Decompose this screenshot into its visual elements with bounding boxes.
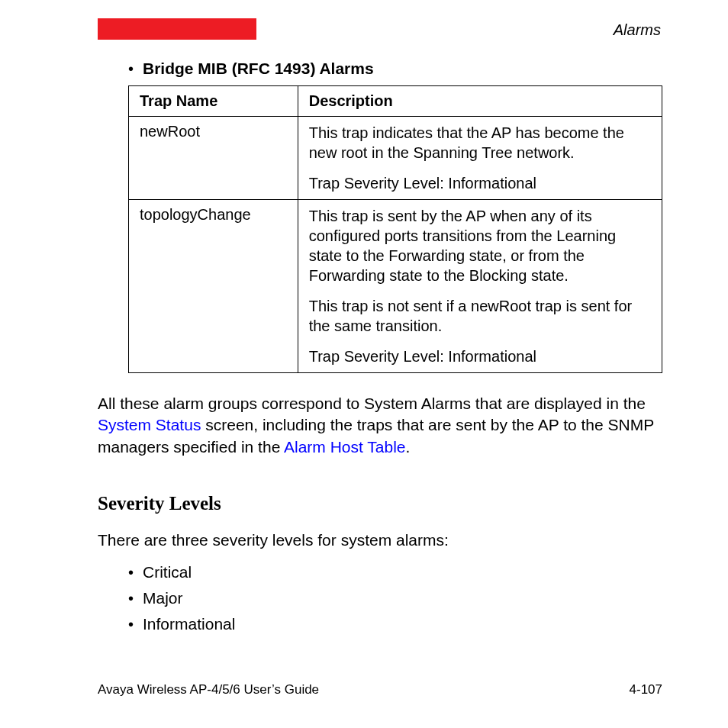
bullet-icon: • [128, 617, 134, 632]
trap-table: Trap Name Description newRoot This trap … [128, 85, 662, 373]
list-item-label: Informational [143, 615, 235, 633]
trap-desc-para: Trap Severity Level: Informational [309, 346, 651, 366]
trap-name-cell: newRoot [129, 117, 298, 200]
trap-desc-cell: This trap indicates that the AP has beco… [298, 117, 662, 200]
bullet-heading-row: • Bridge MIB (RFC 1493) Alarms [128, 60, 662, 78]
col-header-name: Trap Name [129, 86, 298, 117]
bullet-heading-text: Bridge MIB (RFC 1493) Alarms [143, 60, 374, 78]
summary-paragraph: All these alarm groups correspond to Sys… [98, 393, 662, 458]
footer-page-number: 4-107 [630, 682, 662, 697]
footer-doc-title: Avaya Wireless AP-4/5/6 User’s Guide [98, 682, 319, 697]
bullet-icon: • [128, 61, 134, 76]
summary-text: . [406, 438, 411, 456]
trap-desc-para: This trap is sent by the AP when any of … [309, 206, 651, 285]
list-item-label: Major [143, 589, 183, 607]
trap-desc-para: This trap is not sent if a newRoot trap … [309, 296, 651, 336]
bullet-icon: • [128, 591, 134, 606]
list-item: • Major [128, 589, 662, 607]
trap-name-cell: topologyChange [129, 200, 298, 373]
alarm-host-table-link[interactable]: Alarm Host Table [284, 438, 406, 456]
severity-intro: There are three severity levels for syst… [98, 531, 662, 549]
page-footer: Avaya Wireless AP-4/5/6 User’s Guide 4-1… [98, 682, 662, 697]
trap-desc-cell: This trap is sent by the AP when any of … [298, 200, 662, 373]
table-header-row: Trap Name Description [129, 86, 662, 117]
list-item: • Critical [128, 563, 662, 581]
header-section-label: Alarms [614, 21, 661, 39]
table-row: newRoot This trap indicates that the AP … [129, 117, 662, 200]
summary-text: All these alarm groups correspond to Sys… [98, 395, 646, 412]
severity-list: • Critical • Major • Informational [128, 563, 662, 633]
bullet-icon: • [128, 565, 134, 580]
col-header-desc: Description [298, 86, 662, 117]
trap-desc-para: This trap indicates that the AP has beco… [309, 123, 651, 163]
table-row: topologyChange This trap is sent by the … [129, 200, 662, 373]
page: Alarms • Bridge MIB (RFC 1493) Alarms Tr… [0, 0, 728, 728]
trap-desc-para: Trap Severity Level: Informational [309, 173, 651, 193]
system-status-link[interactable]: System Status [98, 416, 201, 433]
severity-heading: Severity Levels [98, 493, 662, 514]
list-item: • Informational [128, 615, 662, 633]
list-item-label: Critical [143, 563, 192, 581]
header-accent-bar [98, 18, 256, 40]
content-area: • Bridge MIB (RFC 1493) Alarms Trap Name… [98, 60, 662, 641]
